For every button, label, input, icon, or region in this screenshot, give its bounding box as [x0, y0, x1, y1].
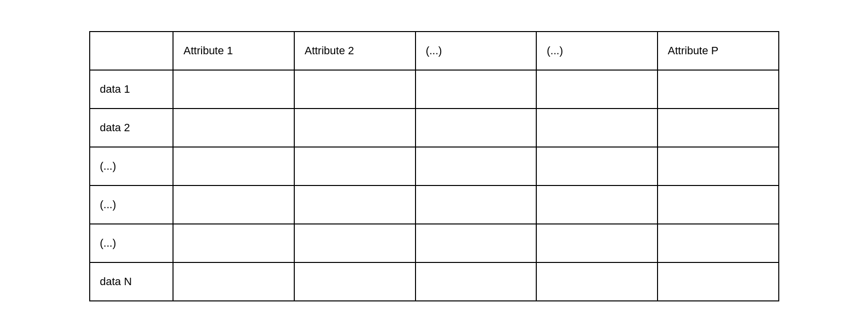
row-label-ellipsis2: (...): [90, 185, 174, 224]
table-row: (...): [90, 147, 779, 185]
cell-data2-attr2: [294, 109, 416, 147]
table-container: Attribute 1 Attribute 2 (...) (...) Attr…: [0, 11, 868, 321]
cell-datan-ellipsis1: [416, 262, 537, 301]
cell-ellipsis2-ellipsis1: [416, 185, 537, 224]
table-row: data 2: [90, 109, 779, 147]
cell-ellipsis1-attr1: [173, 147, 294, 185]
table-row: (...): [90, 224, 779, 262]
cell-data2-attrp: [658, 109, 779, 147]
cell-ellipsis1-attrp: [658, 147, 779, 185]
cell-datan-attrp: [658, 262, 779, 301]
cell-data2-attr1: [173, 109, 294, 147]
row-label-data2: data 2: [90, 109, 174, 147]
row-label-ellipsis1: (...): [90, 147, 174, 185]
header-ellipsis-1: (...): [416, 32, 537, 70]
cell-ellipsis2-attrp: [658, 185, 779, 224]
header-attribute-2: Attribute 2: [294, 32, 416, 70]
header-empty: [90, 32, 174, 70]
cell-data1-ellipsis1: [416, 70, 537, 109]
cell-ellipsis1-ellipsis1: [416, 147, 537, 185]
cell-datan-ellipsis2: [536, 262, 658, 301]
cell-ellipsis3-ellipsis2: [536, 224, 658, 262]
cell-datan-attr2: [294, 262, 416, 301]
header-ellipsis-2: (...): [536, 32, 658, 70]
cell-data2-ellipsis2: [536, 109, 658, 147]
cell-ellipsis2-ellipsis2: [536, 185, 658, 224]
cell-ellipsis2-attr1: [173, 185, 294, 224]
cell-ellipsis3-ellipsis1: [416, 224, 537, 262]
data-table: Attribute 1 Attribute 2 (...) (...) Attr…: [89, 31, 779, 301]
header-row: Attribute 1 Attribute 2 (...) (...) Attr…: [90, 32, 779, 70]
cell-ellipsis3-attr1: [173, 224, 294, 262]
row-label-data1: data 1: [90, 70, 174, 109]
cell-data1-ellipsis2: [536, 70, 658, 109]
cell-datan-attr1: [173, 262, 294, 301]
header-attribute-1: Attribute 1: [173, 32, 294, 70]
cell-data2-ellipsis1: [416, 109, 537, 147]
table-row: data N: [90, 262, 779, 301]
cell-ellipsis3-attr2: [294, 224, 416, 262]
cell-ellipsis1-ellipsis2: [536, 147, 658, 185]
cell-ellipsis3-attrp: [658, 224, 779, 262]
row-label-datan: data N: [90, 262, 174, 301]
cell-data1-attrp: [658, 70, 779, 109]
cell-ellipsis2-attr2: [294, 185, 416, 224]
cell-data1-attr2: [294, 70, 416, 109]
row-label-ellipsis3: (...): [90, 224, 174, 262]
table-row: data 1: [90, 70, 779, 109]
table-row: (...): [90, 185, 779, 224]
header-attribute-p: Attribute P: [658, 32, 779, 70]
cell-ellipsis1-attr2: [294, 147, 416, 185]
cell-data1-attr1: [173, 70, 294, 109]
